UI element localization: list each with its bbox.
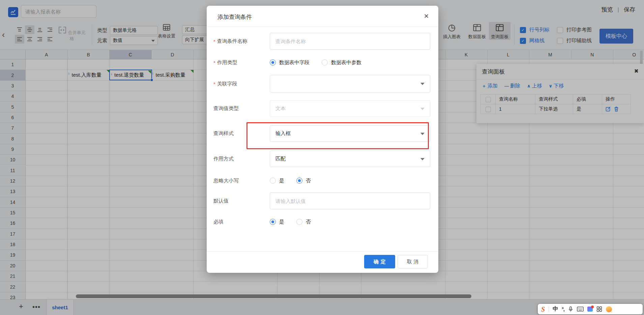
default-value-label: 默认值 [213,198,229,204]
ime-language-toggle[interactable]: 中 [553,306,558,313]
required-no-radio[interactable] [296,219,302,225]
app-grid-icon[interactable] [596,306,602,312]
dialog-footer-divider [207,251,438,252]
skin-icon[interactable] [587,307,593,312]
query-style-select[interactable]: 输入框 [270,125,430,142]
emoji-icon[interactable] [606,306,612,312]
confirm-button[interactable]: 确定 [364,255,395,268]
dialog-close-icon[interactable]: ✕ [424,12,429,20]
query-style-row: 查询样式 输入框 [213,125,432,142]
notification-dot [591,306,594,308]
action-mode-row: 作用方式 匹配 [213,151,432,167]
condition-name-row: *查询条件名称 [213,33,432,50]
action-mode-select[interactable]: 匹配 [270,151,430,167]
required-row: 必填 是 否 [213,216,432,228]
action-mode-label: 作用方式 [213,156,234,162]
field-radio[interactable] [270,59,276,65]
required-asterisk: * [213,60,215,65]
ignore-case-no-label: 否 [306,178,311,184]
param-radio[interactable] [322,59,328,65]
action-type-label: 作用类型 [217,59,237,66]
required-yes-radio[interactable] [270,219,276,225]
keyboard-icon[interactable] [577,307,584,312]
query-style-label: 查询样式 [213,130,234,137]
required-asterisk: * [213,81,215,87]
chevron-down-icon [420,133,425,135]
required-yes-label: 是 [279,219,284,225]
default-value-input[interactable] [270,192,430,209]
ignore-case-yes-radio[interactable] [270,178,276,184]
ime-toolbar: S 中 °, [538,304,643,314]
default-value-row: 默认值 [213,192,432,209]
ime-punctuation-toggle[interactable]: °, [562,307,564,312]
related-field-select[interactable] [270,75,430,93]
chevron-down-icon [420,158,425,160]
dialog-header-divider [207,27,438,27]
cancel-button[interactable]: 取消 [398,255,428,268]
ignore-case-row: 忽略大小写 是 否 [213,175,432,187]
chevron-down-icon [420,108,425,110]
ignore-case-label: 忽略大小写 [213,178,239,184]
required-label: 必填 [213,219,224,225]
ime-divider [549,307,549,312]
condition-name-label: 查询条件名称 [217,38,247,45]
field-radio-label: 数据表中字段 [279,59,310,66]
action-type-row: *作用类型 数据表中字段 数据表中参数 [213,56,432,69]
param-radio-label: 数据表中参数 [331,59,361,66]
chevron-down-icon [420,83,425,85]
add-query-condition-dialog: 添加查询条件 ✕ *查询条件名称 *作用类型 数据表中字段 数据表中参数 *关联… [207,6,438,273]
value-type-label: 查询值类型 [213,105,239,112]
value-type-row: 查询值类型 文本 [213,100,432,117]
dialog-title: 添加查询条件 [217,13,252,21]
related-field-row: *关联字段 [213,75,432,93]
sogou-logo-icon[interactable]: S [541,306,545,313]
condition-name-input[interactable] [270,33,430,50]
ignore-case-yes-label: 是 [279,178,284,184]
related-field-label: 关联字段 [217,81,237,87]
microphone-icon[interactable] [568,306,573,312]
ignore-case-no-radio[interactable] [296,178,302,184]
required-asterisk: * [213,38,215,44]
required-no-label: 否 [306,219,311,225]
value-type-select: 文本 [270,100,430,117]
